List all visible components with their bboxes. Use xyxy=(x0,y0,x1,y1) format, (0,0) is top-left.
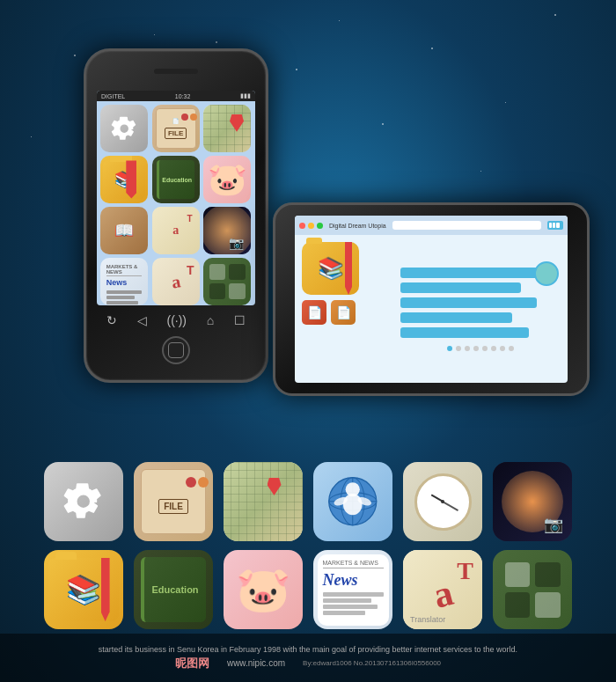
big-icon-grid[interactable] xyxy=(493,550,572,629)
footer-website: www.nipic.com xyxy=(227,658,285,668)
big-icon-education[interactable]: Education xyxy=(134,550,213,629)
big-folder-tab xyxy=(55,552,77,560)
small-icons-h: 📄 📄 xyxy=(302,300,393,325)
big-icon-piggy[interactable]: 🐷 xyxy=(224,550,303,629)
big-news-content: MARKETS & NEWS News xyxy=(318,554,389,626)
big-icon-photo[interactable]: 📷 xyxy=(493,462,572,541)
big-icon-clock[interactable] xyxy=(403,462,482,541)
big-map-content xyxy=(224,462,303,541)
footer-watermark: By:edward1006 No.201307161306I0556000 xyxy=(303,659,441,667)
app-icon-news[interactable]: MARKETS & NEWS News xyxy=(100,258,148,305)
app-icon-map[interactable] xyxy=(203,105,251,152)
big-icon-globe[interactable] xyxy=(313,462,392,541)
nav-dot-8 xyxy=(509,346,514,351)
nav-dot-3 xyxy=(465,346,470,351)
map-pin xyxy=(230,114,244,132)
tv-icon[interactable]: ☐ xyxy=(234,313,246,327)
clock-bg xyxy=(403,462,482,541)
app-icon-grid[interactable] xyxy=(203,258,251,305)
big-icon-settings[interactable] xyxy=(44,462,123,541)
refresh-icon[interactable]: ↻ xyxy=(106,313,117,327)
grid-cell-3 xyxy=(209,283,225,299)
app-icon-folder[interactable]: 📚 xyxy=(100,156,148,203)
app-icon-education[interactable]: Education xyxy=(152,156,200,203)
big-icon-file[interactable]: FILE xyxy=(134,462,213,541)
news-line-big-1 xyxy=(323,592,384,597)
translate-a: a xyxy=(429,571,458,617)
big-grid-cell-4 xyxy=(535,592,561,618)
close-dot xyxy=(299,223,305,229)
content-line-4 xyxy=(400,312,512,323)
clock-center xyxy=(441,500,444,503)
big-icon-map[interactable] xyxy=(224,462,303,541)
big-icon-translate[interactable]: a T Translator xyxy=(403,550,482,629)
big-folder-content: 📚 xyxy=(48,558,118,621)
bottom-icons-section: FILE xyxy=(26,462,590,629)
grid-cell-2 xyxy=(229,264,245,280)
grid-cell-4 xyxy=(229,283,245,299)
piggy-emoji-big: 🐷 xyxy=(236,564,290,615)
news-header: MARKETS & NEWS xyxy=(106,264,143,276)
nav-dot-1 xyxy=(447,346,452,351)
content-line-2 xyxy=(400,282,521,293)
footer-description: started its business in Senu Korea in Fe… xyxy=(99,645,517,654)
nav-dot-6 xyxy=(491,346,496,351)
app-icon-piggy[interactable]: 🐷 xyxy=(203,156,251,203)
big-icon-news[interactable]: MARKETS & NEWS News xyxy=(313,550,392,629)
phone-vertical: DIGITEL 10:32 ▮▮▮ 📄 FILE xyxy=(84,48,268,383)
browser-folder-icon: 📚 xyxy=(302,242,359,295)
file-dots-big xyxy=(186,477,196,488)
clock-face xyxy=(414,473,472,531)
news-lines-big xyxy=(323,592,384,615)
browser-address-bar[interactable] xyxy=(392,221,541,230)
app-icon-translate[interactable]: a T xyxy=(152,207,200,254)
big-file-content: FILE xyxy=(141,469,206,534)
app-icon-file[interactable]: 📄 FILE xyxy=(152,105,200,152)
speaker xyxy=(154,69,198,74)
browser-title: Digital Dream Utopia xyxy=(329,223,386,229)
svg-point-6 xyxy=(343,494,363,515)
app-icon-book[interactable]: 📖 xyxy=(100,207,148,254)
translate-label: Translator xyxy=(410,615,445,624)
app-grid: 📄 FILE 📚 Education xyxy=(97,101,255,305)
big-grid-cell-3 xyxy=(505,592,531,618)
small-icon-1-emoji: 📄 xyxy=(307,305,322,319)
news-lines xyxy=(106,290,143,304)
file-content: 📄 FILE xyxy=(156,108,196,149)
back-icon[interactable]: ◁ xyxy=(137,313,147,327)
browser-bar: Digital Dream Utopia xyxy=(295,216,568,235)
news-title-big: News xyxy=(323,571,384,590)
nav-dot-2 xyxy=(456,346,461,351)
news-title: News xyxy=(106,278,143,287)
browser-content: 📚 📄 📄 xyxy=(295,235,568,383)
folder-emoji-big: 📚 xyxy=(66,573,101,606)
home-icon[interactable]: ⌂ xyxy=(207,313,214,327)
wireless-icon[interactable]: ((·)) xyxy=(166,313,187,327)
nav-dot-7 xyxy=(500,346,505,351)
max-dot xyxy=(317,223,323,229)
vertical-screen: DIGITEL 10:32 ▮▮▮ 📄 FILE xyxy=(97,91,255,305)
controls-bar: ↻ ◁ ((·)) ⌂ ☐ xyxy=(97,313,255,327)
big-icon-folder[interactable]: 📚 xyxy=(44,550,123,629)
app-icon-settings[interactable] xyxy=(100,105,148,152)
big-grid-pattern xyxy=(505,562,561,618)
nav-dot-5 xyxy=(482,346,488,351)
app-icon-photo[interactable]: 📷 xyxy=(203,207,251,254)
bookmark xyxy=(126,160,136,198)
big-grid-cell-2 xyxy=(535,562,561,588)
camera-icon: 📷 xyxy=(229,236,244,250)
carrier-label: DIGITEL xyxy=(101,93,125,99)
home-button[interactable] xyxy=(162,336,190,364)
battery-label: ▮▮▮ xyxy=(240,92,251,99)
big-grid-cell-1 xyxy=(505,562,531,588)
grid-cell-1 xyxy=(209,264,225,280)
content-line-1 xyxy=(400,268,545,278)
app-icon-translate2[interactable]: a T xyxy=(152,258,200,305)
grid-pattern xyxy=(209,264,246,300)
education-cover: Education xyxy=(157,160,194,198)
news-line-big-2 xyxy=(323,598,371,603)
phone-horizontal: Digital Dream Utopia 📚 📄 xyxy=(273,202,590,396)
browser-left-panel: 📚 📄 📄 xyxy=(295,235,400,383)
clock-hand-minute xyxy=(443,501,459,511)
bookmark-h xyxy=(345,242,352,295)
